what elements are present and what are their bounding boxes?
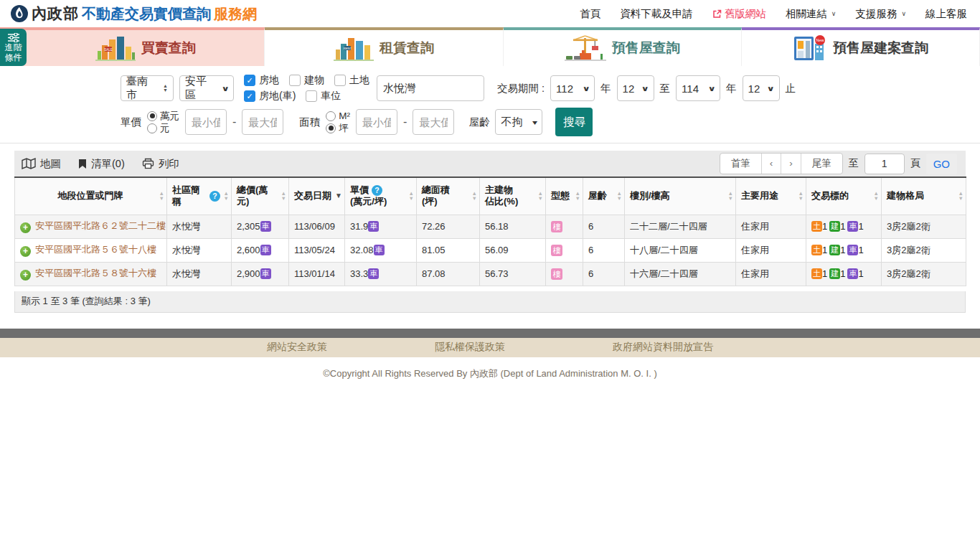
column-header-6[interactable]: 主建物佔比(%)▲▼ (480, 177, 546, 215)
help-icon[interactable]: ? (209, 191, 220, 202)
year-to-select[interactable]: 114∨ (676, 75, 720, 101)
sort-icon[interactable]: ▲▼ (728, 192, 733, 201)
sort-icon[interactable]: ▲▼ (617, 192, 622, 201)
column-header-11[interactable]: 交易標的▲▼ (806, 177, 882, 215)
area-cell: 72.26 (417, 215, 480, 238)
prev-page-button[interactable]: ‹ (761, 154, 781, 174)
address-link[interactable]: 安平區國平北路６２號二十二樓 (35, 220, 166, 231)
go-button[interactable]: GO (926, 154, 957, 174)
nav-item-1[interactable]: 資料下載及申請 (620, 7, 693, 21)
column-header-10[interactable]: 主要用途▲▼ (736, 177, 806, 215)
page-number-input[interactable] (864, 154, 905, 174)
address-link[interactable]: 安平區國平北路５８號十六樓 (35, 268, 156, 278)
tab-presale-project-query[interactable]: New 預售屋建案查詢 (742, 27, 980, 66)
search-button[interactable]: 搜尋 (555, 108, 593, 136)
radio-label: M² (339, 110, 350, 121)
sort-icon[interactable]: ▲▼ (798, 192, 804, 201)
column-label: 建物格局 (887, 190, 924, 202)
keyword-input[interactable] (377, 75, 484, 101)
column-header-3[interactable]: 交易日期▼ (289, 177, 345, 215)
results-body: +安平區國平北路６２號二十二樓i水悅灣2,305車113/06/0931.9車7… (15, 215, 966, 286)
area-min-input[interactable] (356, 109, 397, 135)
nav-item-4[interactable]: 支援服務∨ (855, 7, 906, 21)
column-header-7[interactable]: 型態▲▼ (546, 177, 583, 215)
expand-row-icon[interactable]: + (20, 246, 31, 257)
footer-links-bar: 網站安全政策隱私權保護政策政府網站資料開放宣告 (0, 338, 980, 357)
checkbox-0[interactable]: ✓房地 (244, 74, 279, 87)
table-row: +安平區國平北路６２號二十二樓i水悅灣2,305車113/06/0931.9車7… (15, 215, 966, 238)
community-cell: 水悅灣 (167, 262, 232, 286)
checkbox-3[interactable]: ✓房地(車) (244, 90, 296, 103)
nav-item-2[interactable]: 舊版網站 (712, 7, 766, 21)
saved-list-button[interactable]: 清單(0) (78, 157, 125, 171)
next-page-button[interactable]: › (781, 154, 801, 174)
district-select[interactable]: 安平區 ∨ (179, 75, 234, 101)
area-max-input[interactable] (413, 109, 454, 135)
first-page-button[interactable]: 首筆 (720, 154, 761, 174)
column-header-1[interactable]: 社區簡稱?▲▼ (167, 177, 232, 215)
checkbox-1[interactable]: 建物 (289, 74, 324, 87)
column-header-12[interactable]: 建物格局▲▼ (882, 177, 966, 215)
sort-icon[interactable]: ▲▼ (575, 192, 580, 201)
checkbox-4[interactable]: 車位 (306, 90, 341, 103)
sort-icon[interactable]: ▲▼ (958, 192, 963, 201)
month-from-select[interactable]: 12∨ (617, 75, 654, 101)
footer-link-2[interactable]: 政府網站資料開放宣告 (613, 341, 713, 354)
logo-title-orange: 服務網 (214, 4, 257, 24)
floor-cell: 十八層/二十四層 (625, 238, 736, 262)
column-header-5[interactable]: 總面積(坪)▲▼ (417, 177, 480, 215)
sort-desc-icon[interactable]: ▼ (335, 192, 342, 199)
column-header-9[interactable]: 樓別/樓高▲▼ (625, 177, 736, 215)
site-logo[interactable]: 內政部 不動產交易實價查詢 服務網 (10, 4, 257, 24)
print-button[interactable]: 列印 (142, 157, 179, 171)
column-header-4[interactable]: 單價?(萬元/坪)▲▼ (345, 177, 417, 215)
nav-item-3[interactable]: 相關連結∨ (786, 7, 837, 21)
unit-price-radio-0[interactable]: 萬元 (147, 110, 179, 121)
nav-item-0[interactable]: 首頁 (580, 7, 600, 21)
unit-price-max-input[interactable] (242, 109, 283, 135)
year-from-select[interactable]: 112∨ (550, 75, 595, 101)
nav-item-label: 資料下載及申請 (620, 7, 693, 21)
sort-icon[interactable]: ▲▼ (409, 192, 414, 201)
unit-price-radios: 萬元元 (147, 110, 179, 133)
map-view-button[interactable]: 地圖 (22, 157, 61, 171)
page-suffix-label: 頁 (910, 157, 920, 170)
column-label: 交易日期 (294, 190, 331, 202)
unit-price-radio-1[interactable]: 元 (147, 123, 179, 133)
advanced-filter-button[interactable]: 進階 條件 (0, 29, 27, 66)
sort-icon[interactable]: ▲▼ (874, 192, 879, 201)
area-radio-1[interactable]: 坪 (326, 123, 350, 133)
total-price-cell: 2,600車 (232, 238, 289, 262)
help-icon[interactable]: ? (372, 185, 382, 196)
tab-sale-query[interactable]: SALE 買賣查詢 (0, 27, 265, 66)
sort-icon[interactable]: ▲▼ (159, 192, 164, 201)
checkbox-row-1: ✓房地建物土地 (244, 74, 369, 87)
sort-icon[interactable]: ▲▼ (472, 192, 477, 201)
sort-icon[interactable]: ▲▼ (224, 192, 229, 201)
sort-icon[interactable]: ▲▼ (281, 192, 286, 201)
age-select[interactable]: 不拘▾ (495, 109, 542, 135)
column-header-8[interactable]: 屋齡▲▼ (583, 177, 625, 215)
nav-item-5[interactable]: 線上客服 (925, 7, 967, 21)
area-cell: 81.05 (417, 238, 480, 262)
last-page-button[interactable]: 尾筆 (801, 154, 842, 174)
car-badge: 車 (260, 221, 271, 232)
tab-rent-query[interactable]: RENT 租賃查詢 (265, 27, 503, 66)
area-radio-0[interactable]: M² (326, 110, 350, 121)
footer-link-1[interactable]: 隱私權保護政策 (435, 341, 505, 354)
sort-icon[interactable]: ▲▼ (538, 192, 543, 201)
column-label: 單價 (350, 184, 369, 196)
column-header-2[interactable]: 總價(萬元)▲▼ (232, 177, 289, 215)
address-link[interactable]: 安平區國平北路５６號十八樓 (35, 244, 156, 255)
city-select[interactable]: 臺南市 ▲▼ (121, 75, 174, 101)
footer-link-0[interactable]: 網站安全政策 (267, 341, 327, 354)
unit-price-min-input[interactable] (185, 109, 227, 135)
expand-row-icon[interactable]: + (20, 270, 31, 281)
month-to-select[interactable]: 12∨ (743, 75, 780, 101)
tab-presale-query[interactable]: 預售屋查詢 (504, 27, 742, 66)
checkbox-2[interactable]: 土地 (334, 74, 369, 87)
column-header-0[interactable]: 地段位置或門牌▲▼ (15, 177, 167, 215)
expand-row-icon[interactable]: + (20, 222, 31, 233)
query-tabbar: 進階 條件 SALE 買賣查詢 RENT 租賃查詢 (0, 27, 980, 66)
column-label: 總價(萬元) (237, 184, 278, 207)
